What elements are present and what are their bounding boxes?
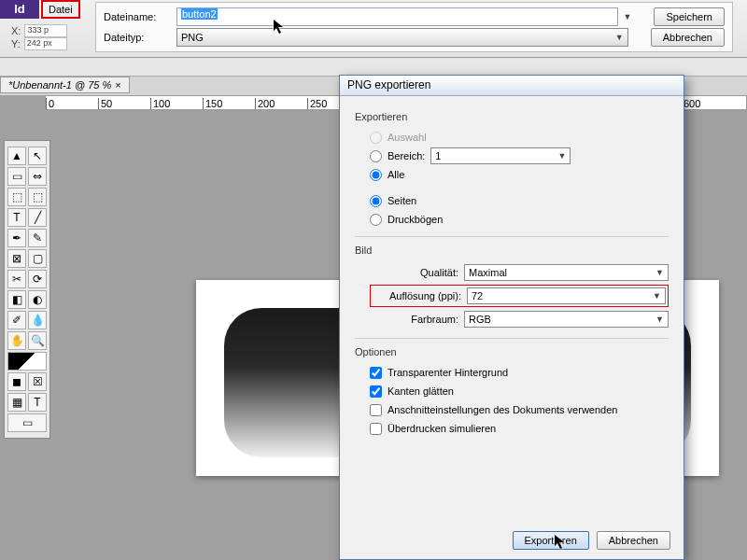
radio-pages[interactable] — [370, 195, 382, 207]
colorspace-label: Farbraum: — [370, 314, 458, 325]
note-tool[interactable]: ✐ — [7, 311, 26, 329]
export-button[interactable]: Exportieren — [513, 531, 589, 550]
chk-bleed[interactable] — [370, 404, 382, 416]
apply-none[interactable]: ☒ — [28, 372, 47, 391]
chk-transparent[interactable] — [370, 367, 382, 379]
quality-label: Qualität: — [370, 267, 458, 278]
hand-tool[interactable]: ✋ — [7, 331, 26, 350]
fill-stroke-swap[interactable] — [7, 352, 47, 371]
dialog-title: PNG exportieren — [340, 76, 684, 96]
resolution-label: Auflösung (ppi): — [373, 290, 461, 301]
x-value[interactable]: 333 p — [24, 24, 67, 37]
chk-overprint[interactable] — [370, 423, 382, 435]
radio-all-label: Alle — [388, 169, 404, 180]
radio-range[interactable] — [370, 150, 382, 162]
close-tab-icon[interactable]: × — [115, 79, 120, 91]
direct-selection-tool[interactable]: ↖ — [28, 147, 47, 165]
quality-select[interactable]: Maximal▼ — [464, 264, 669, 281]
normal-view-mode[interactable]: ▦ — [7, 393, 26, 412]
rectangle-tool[interactable]: ▢ — [28, 249, 47, 268]
document-tab[interactable]: *Unbenannt-1 @ 75 % × — [0, 77, 130, 93]
save-button[interactable]: Speichern — [654, 7, 725, 26]
coord-panel: X:333 p Y:242 px — [11, 24, 67, 50]
radio-spreads-label: Druckbögen — [388, 214, 443, 225]
radio-selection — [370, 132, 382, 144]
content-collector-tool[interactable]: ⬚ — [7, 188, 26, 206]
app-logo: Id — [0, 0, 39, 19]
chk-overprint-label: Überdrucken simulieren — [388, 423, 496, 434]
gap-tool[interactable]: ⇔ — [28, 167, 47, 186]
pen-tool[interactable]: ✒ — [7, 229, 26, 247]
options-group-label: Optionen — [355, 346, 669, 357]
radio-spreads[interactable] — [370, 214, 382, 226]
range-select[interactable]: 1▼ — [430, 147, 571, 164]
gradient-swatch-tool[interactable]: ◧ — [7, 290, 26, 309]
resolution-select[interactable]: 72▼ — [467, 287, 666, 304]
rectangle-frame-tool[interactable]: ⊠ — [7, 249, 26, 268]
cancel-save-button[interactable]: Abbrechen — [651, 28, 725, 47]
gradient-feather-tool[interactable]: ◐ — [28, 290, 47, 309]
menu-file[interactable]: Datei — [41, 0, 80, 19]
export-group-label: Exportieren — [355, 111, 669, 122]
y-label: Y: — [11, 38, 21, 49]
radio-selection-label: Auswahl — [388, 132, 427, 143]
filetype-label: Dateityp: — [104, 32, 171, 43]
filename-dropdown-icon[interactable]: ▼ — [624, 12, 632, 21]
chk-transparent-label: Transparenter Hintergrund — [388, 367, 508, 378]
content-placer-tool[interactable]: ⬚ — [28, 188, 47, 206]
screen-mode[interactable]: ▭ — [7, 413, 47, 432]
chk-antialias[interactable] — [370, 385, 382, 398]
pencil-tool[interactable]: ✎ — [28, 229, 47, 247]
apply-color[interactable]: ◼ — [7, 372, 26, 391]
radio-range-label: Bereich: — [388, 150, 425, 161]
scissors-tool[interactable]: ✂ — [7, 270, 26, 288]
x-label: X: — [11, 25, 21, 36]
chk-antialias-label: Kanten glätten — [388, 385, 454, 397]
image-group-label: Bild — [355, 245, 669, 256]
zoom-tool[interactable]: 🔍 — [28, 331, 47, 350]
radio-pages-label: Seiten — [388, 195, 416, 206]
page-tool[interactable]: ▭ — [7, 167, 26, 186]
line-tool[interactable]: ╱ — [28, 208, 47, 227]
toolbar-strip — [0, 58, 747, 77]
dialog-cancel-button[interactable]: Abbrechen — [597, 531, 670, 550]
selection-tool[interactable]: ▲ — [7, 147, 26, 165]
free-transform-tool[interactable]: ⟳ — [28, 270, 47, 288]
format-text-mode[interactable]: T — [28, 393, 47, 412]
radio-all[interactable] — [370, 169, 382, 181]
eyedropper-tool[interactable]: 💧 — [28, 311, 47, 329]
colorspace-select[interactable]: RGB▼ — [464, 311, 669, 328]
filetype-select[interactable]: PNG▼ — [176, 28, 628, 47]
filename-label: Dateiname: — [104, 11, 171, 22]
type-tool[interactable]: T — [7, 208, 26, 227]
toolbox: ▲↖ ▭⇔ ⬚⬚ T╱ ✒✎ ⊠▢ ✂⟳ ◧◐ ✐💧 ✋🔍 ◼☒ ▦T ▭ — [4, 140, 50, 439]
y-value[interactable]: 242 px — [24, 37, 67, 50]
chk-bleed-label: Anschnitteinstellungen des Dokuments ver… — [388, 404, 617, 415]
chevron-down-icon: ▼ — [615, 33, 624, 42]
save-panel: Dateiname: button2 ▼ Speichern Dateityp:… — [95, 2, 733, 52]
png-export-dialog: PNG exportieren Exportieren Auswahl Bere… — [339, 75, 684, 560]
filename-input[interactable]: button2 — [176, 7, 618, 26]
document-tab-label: *Unbenannt-1 @ 75 % — [8, 79, 111, 91]
